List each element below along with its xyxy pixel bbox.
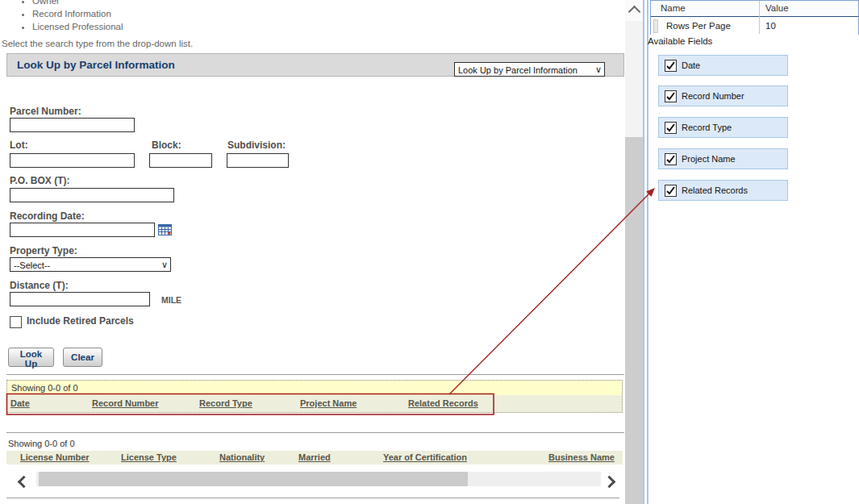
chevron-down-icon: ∨ — [595, 63, 602, 69]
setting-name: Rows Per Page — [666, 21, 731, 31]
page-title: Look Up by Parcel Information — [17, 59, 175, 71]
list-item: Record Information — [32, 7, 123, 20]
field-label: Record Number — [682, 91, 744, 101]
search-type-dropdown[interactable]: Look Up by Parcel Information ∨ — [454, 62, 605, 77]
available-field-record-type[interactable]: Record Type — [658, 117, 788, 138]
record-results-header-row: Date Record Number Record Type Project N… — [7, 395, 622, 412]
related-records-checkbox[interactable] — [665, 185, 677, 197]
column-header-license-type[interactable]: License Type — [121, 452, 177, 462]
scroll-up-button[interactable] — [625, 0, 643, 21]
recording-date-input[interactable] — [10, 223, 155, 237]
chevron-right-icon — [603, 476, 616, 489]
instruction-text: Select the search type from the drop-dow… — [2, 39, 193, 48]
column-header-business-name[interactable]: Business Name — [548, 452, 615, 462]
name-column-header: Name — [661, 3, 686, 13]
po-box-label: P.O. BOX (T): — [10, 175, 69, 186]
include-retired-label: Include Retired Parcels — [27, 315, 134, 327]
grid-column-divider — [759, 1, 760, 34]
license-results-header-row: License Number License Type Nationality … — [6, 451, 623, 464]
divider — [6, 432, 624, 433]
lot-input[interactable] — [10, 153, 135, 168]
chevron-left-icon — [18, 476, 31, 489]
field-label: Date — [682, 60, 700, 70]
settings-grid: Name Value Rows Per Page 10 — [650, 0, 859, 35]
divider — [6, 374, 624, 375]
record-results-count: Showing 0-0 of 0 — [7, 381, 622, 395]
settings-grid-row[interactable]: Rows Per Page 10 — [651, 17, 858, 35]
chevron-down-icon: ∨ — [161, 258, 168, 264]
scroll-right-button[interactable] — [605, 475, 616, 486]
list-item: Licensed Professional — [32, 20, 123, 33]
available-fields-label: Available Fields — [648, 36, 712, 46]
column-header-record-number[interactable]: Record Number — [92, 398, 159, 408]
lot-label: Lot: — [10, 140, 28, 151]
field-label: Project Name — [682, 154, 736, 164]
vertical-scrollbar-track[interactable] — [625, 0, 643, 504]
parcel-lookup-page: { "colors": { "title_navy": "#17406f", "… — [0, 0, 859, 504]
row-grip — [653, 19, 658, 33]
vertical-scrollbar-thumb[interactable] — [625, 137, 643, 504]
column-header-related-records[interactable]: Related Records — [408, 398, 478, 408]
available-field-record-number[interactable]: Record Number — [658, 85, 788, 106]
property-type-select[interactable]: --Select-- ∨ — [10, 257, 171, 272]
distance-unit-label: MILE — [161, 295, 181, 305]
record-number-checkbox[interactable] — [665, 90, 677, 102]
scroll-left-button[interactable] — [19, 475, 31, 486]
distance-input[interactable] — [10, 292, 150, 306]
value-column-header: Value — [765, 3, 789, 13]
setting-value[interactable]: 10 — [765, 21, 776, 31]
parcel-number-label: Parcel Number: — [10, 106, 81, 117]
distance-label: Distance (T): — [10, 280, 69, 291]
recording-date-label: Recording Date: — [10, 210, 85, 222]
divider — [6, 498, 619, 498]
field-label: Record Type — [682, 123, 732, 132]
field-label: Related Records — [682, 185, 748, 195]
subdivision-input[interactable] — [227, 153, 289, 168]
date-checkbox[interactable] — [665, 60, 677, 72]
calendar-icon[interactable] — [158, 223, 172, 236]
property-type-selected-value: --Select-- — [14, 260, 50, 270]
panel-divider-line — [643, 0, 644, 504]
record-results-box: Showing 0-0 of 0 Date Record Number Reco… — [6, 380, 623, 413]
available-field-project-name[interactable]: Project Name — [658, 148, 788, 169]
search-type-dropdown-value: Look Up by Parcel Information — [458, 65, 578, 75]
parcel-number-input[interactable] — [10, 118, 135, 132]
available-field-date[interactable]: Date — [658, 55, 788, 76]
column-header-license-number[interactable]: License Number — [20, 452, 90, 462]
column-header-project-name[interactable]: Project Name — [300, 398, 357, 408]
block-label: Block: — [152, 140, 181, 151]
license-results-count: Showing 0-0 of 0 — [8, 439, 75, 448]
panel-divider-line — [647, 0, 648, 504]
column-header-nationality[interactable]: Nationality — [219, 452, 265, 462]
list-item: Owner — [32, 0, 123, 7]
column-header-married[interactable]: Married — [298, 452, 331, 462]
column-header-date[interactable]: Date — [10, 398, 30, 408]
column-header-record-type[interactable]: Record Type — [199, 398, 252, 408]
horizontal-scrollbar-thumb[interactable] — [39, 472, 468, 486]
po-box-input[interactable] — [10, 188, 174, 202]
include-retired-checkbox[interactable] — [10, 316, 22, 328]
chevron-up-icon — [628, 6, 640, 19]
project-name-checkbox[interactable] — [665, 153, 677, 165]
annotation-arrow-line — [449, 194, 649, 394]
property-type-label: Property Type: — [10, 245, 77, 256]
clear-button[interactable]: Clear — [63, 348, 102, 367]
subdivision-label: Subdivision: — [227, 140, 286, 151]
block-input[interactable] — [149, 153, 212, 168]
settings-grid-header: Name Value — [651, 1, 858, 17]
available-field-related-records[interactable]: Related Records — [658, 180, 788, 201]
search-type-list: Owner Record Information Licensed Profes… — [19, 0, 123, 33]
look-up-button[interactable]: Look Up — [8, 348, 54, 367]
record-type-checkbox[interactable] — [665, 122, 677, 134]
column-header-year-of-certification[interactable]: Year of Certification — [383, 452, 467, 462]
